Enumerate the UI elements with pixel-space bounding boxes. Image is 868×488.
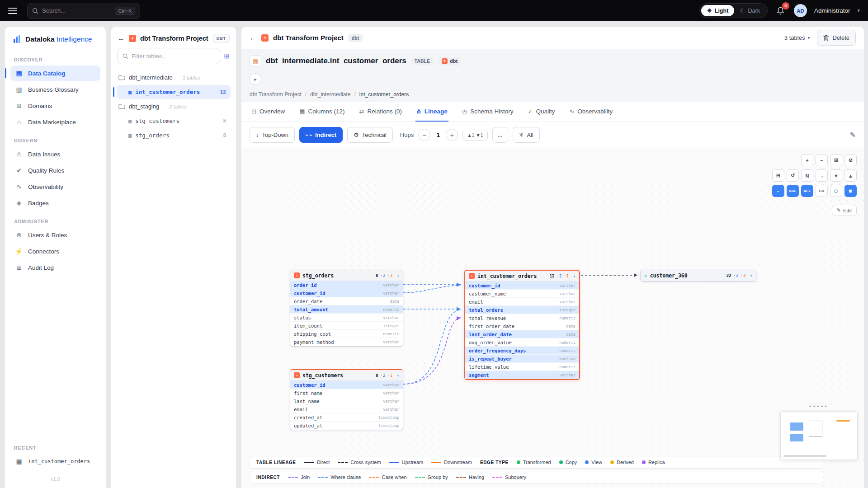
theme-dark-button[interactable]: ☾Dark xyxy=(734,5,766,16)
canvas-filter-button[interactable]: ▣ xyxy=(844,185,857,197)
sidebar-item[interactable]: ⌂ Data Marketplace xyxy=(10,114,100,130)
column-row[interactable]: segment varchar xyxy=(465,371,579,379)
collapse-icon[interactable]: ▴ xyxy=(397,373,399,377)
recent-item[interactable]: ▦ int_customer_orders xyxy=(10,454,100,469)
sidebar-item[interactable]: ∿ Observability xyxy=(10,179,100,194)
tab[interactable]: ∿ Observability xyxy=(568,102,613,122)
column-row[interactable]: total_amount numeric xyxy=(290,305,403,314)
tree-table-row[interactable]: ▦ stg_orders 8 xyxy=(117,128,231,142)
column-row[interactable]: created_at timestamp xyxy=(290,413,403,422)
column-row[interactable]: avg_order_value numeric xyxy=(465,338,579,347)
tab[interactable]: ⊡ Overview xyxy=(250,102,286,122)
pencil-icon[interactable]: ✎ xyxy=(850,131,856,139)
column-row[interactable]: total_revenue numeric xyxy=(465,314,579,322)
canvas-control-button[interactable]: ↺ xyxy=(787,169,799,182)
tab[interactable]: ⋔ Lineage xyxy=(415,102,448,122)
tab[interactable]: ✓ Quality xyxy=(527,102,556,122)
drag-handle-icon[interactable]: ••••• xyxy=(809,405,829,408)
tree-group-dbt-staging[interactable]: dbt_staging 2 tables xyxy=(115,99,232,113)
back-icon[interactable]: ← xyxy=(118,34,125,42)
minimap-scrollbar[interactable] xyxy=(783,455,826,457)
expand-icon[interactable]: ▾ xyxy=(750,274,752,278)
canvas-control-button[interactable]: ⊘ xyxy=(844,154,857,166)
canvas-control-button[interactable]: ▼ xyxy=(830,169,842,182)
node-header[interactable]: ✳ customer_360 22 ·2 ·3 ▾ xyxy=(641,270,756,281)
column-row[interactable]: email varchar xyxy=(290,405,403,413)
global-search[interactable]: Ctrl+K xyxy=(27,3,140,19)
column-row[interactable]: order_date date xyxy=(290,297,403,305)
lineage-canvas[interactable]: ✳ stg_orders 8 ·2 ·1 ▴ order_id varchar xyxy=(241,148,864,488)
column-row[interactable]: customer_id varchar xyxy=(290,381,403,389)
canvas-filter-button[interactable]: BDL xyxy=(787,185,799,197)
sidebar-item[interactable]: ◈ Badges xyxy=(10,195,100,211)
column-row[interactable]: shipping_cost numeric xyxy=(290,330,403,338)
column-row[interactable]: payment_method varchar xyxy=(290,338,403,346)
tab[interactable]: ◷ Schema History xyxy=(461,102,514,122)
show-all-button[interactable]: ✳ All xyxy=(513,127,540,143)
lineage-node-int-customer-orders[interactable]: ✳ int_customer_orders 12 ·2 ·1 ▴ custome… xyxy=(464,270,580,380)
canvas-control-button[interactable]: ▲ xyxy=(844,169,857,182)
column-row[interactable]: first_name varchar xyxy=(290,389,403,397)
tab[interactable]: ⇄ Relations (0) xyxy=(359,102,403,122)
sidebar-item[interactable]: ⊚ Users & Roles xyxy=(10,227,100,243)
sidebar-item[interactable]: ≣ Audit Log xyxy=(10,260,100,275)
sidebar-item[interactable]: ⚡ Connectors xyxy=(10,244,100,259)
canvas-control-button[interactable]: + xyxy=(801,154,813,166)
hops-increase-button[interactable]: + xyxy=(446,129,458,141)
column-row[interactable]: status varchar xyxy=(290,314,403,322)
collapse-icon[interactable]: ▴ xyxy=(573,274,576,278)
breadcrumb-item[interactable]: int_customer_orders xyxy=(359,91,409,98)
tables-count-dropdown[interactable]: 3 tables ▾ xyxy=(784,34,810,41)
canvas-filter-button[interactable]: – xyxy=(772,185,784,197)
column-row[interactable]: customer_id varchar xyxy=(290,289,403,297)
column-row[interactable]: item_count integer xyxy=(290,322,403,330)
theme-light-button[interactable]: ☀Light xyxy=(701,5,735,16)
sidebar-item[interactable]: ▤ Data Catalog xyxy=(10,66,100,81)
column-row[interactable]: order_id varchar xyxy=(290,281,403,289)
chevron-down-icon[interactable]: ▾ xyxy=(857,8,860,14)
node-header[interactable]: ✳ stg_orders 8 ·2 ·1 ▴ xyxy=(290,270,403,281)
node-header[interactable]: ✳ int_customer_orders 12 ·2 ·1 ▴ xyxy=(465,271,579,282)
hamburger-menu-icon[interactable] xyxy=(8,8,17,14)
delete-button[interactable]: Delete xyxy=(817,30,856,46)
back-icon[interactable]: ← xyxy=(250,34,257,42)
column-row[interactable]: lifetime_value numeric xyxy=(465,363,579,371)
canvas-control-button[interactable]: → xyxy=(816,169,828,182)
notifications-button[interactable]: 5 xyxy=(775,5,787,17)
canvas-filter-button[interactable]: ▢ xyxy=(830,185,842,197)
canvas-filter-button[interactable]: ALL xyxy=(801,185,813,197)
collapse-icon[interactable]: ▴ xyxy=(397,273,399,277)
indirect-toggle-button[interactable]: Indirect xyxy=(299,127,343,143)
technical-button[interactable]: ⚙ Technical xyxy=(347,127,393,143)
lineage-node-customer-360[interactable]: ✳ customer_360 22 ·2 ·3 ▾ xyxy=(640,270,756,282)
avatar[interactable]: AD xyxy=(794,4,807,17)
canvas-control-button[interactable]: − xyxy=(816,154,828,166)
canvas-control-button[interactable]: ⊞ xyxy=(830,154,842,166)
canvas-control-button[interactable]: N xyxy=(801,169,813,182)
column-row[interactable]: first_order_date date xyxy=(465,322,579,330)
top-down-button[interactable]: ↓ Top-Down xyxy=(250,127,295,143)
sidebar-item[interactable]: ⚠ Data Issues xyxy=(10,146,100,162)
edit-button[interactable]: ✎ Edit xyxy=(832,205,857,216)
lineage-node-stg-customers[interactable]: ✳ stg_customers 8 ·2 ·1 ▴ customer_id va… xyxy=(290,369,403,430)
search-input[interactable] xyxy=(42,7,111,14)
tree-group-dbt-intermediate[interactable]: dbt_intermediate 1 tables xyxy=(115,70,232,84)
column-row[interactable]: order_frequency_days numeric xyxy=(465,347,579,355)
filter-tables-box[interactable] xyxy=(118,48,220,64)
sidebar-item[interactable]: ⊞ Domains xyxy=(10,98,100,113)
breadcrumb-item[interactable]: dbt_intermediate xyxy=(310,91,356,98)
sidebar-item[interactable]: ▥ Business Glossary xyxy=(10,82,100,97)
column-row[interactable]: email varchar xyxy=(465,298,579,306)
sidebar-item[interactable]: ✔ Quality Rules xyxy=(10,163,100,178)
tree-table-row[interactable]: ▦ stg_customers 8 xyxy=(117,114,231,128)
breadcrumb-item[interactable]: dbt Transform Project xyxy=(250,91,307,98)
column-row[interactable]: customer_id varchar xyxy=(465,282,579,290)
expand-all-icon[interactable]: ⊞ xyxy=(224,52,230,60)
canvas-control-button[interactable]: ⊟ xyxy=(772,169,784,182)
column-row[interactable]: customer_name varchar xyxy=(465,290,579,298)
expand-description-button[interactable]: ▸ xyxy=(250,73,261,85)
minimap-viewport[interactable] xyxy=(809,421,822,437)
column-row[interactable]: is_repeat_buyer boolean xyxy=(465,355,579,363)
column-row[interactable]: last_name varchar xyxy=(290,397,403,405)
tree-table-row[interactable]: ▦ int_customer_orders 12 xyxy=(117,85,231,99)
